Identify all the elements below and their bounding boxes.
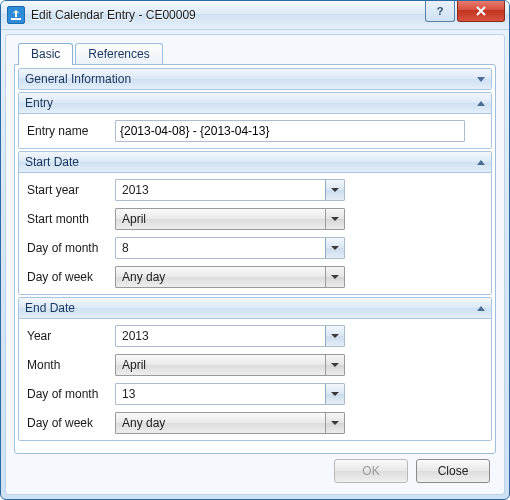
row-start-month: Start month April bbox=[25, 208, 487, 230]
end-month-value: April bbox=[116, 355, 325, 375]
section-end-date: End Date Year 2013 Month bbox=[18, 297, 492, 441]
start-dom-value: 8 bbox=[116, 238, 325, 258]
row-end-dow: Day of week Any day bbox=[25, 412, 487, 434]
label-end-dom: Day of month bbox=[25, 387, 115, 401]
label-start-month: Start month bbox=[25, 212, 115, 226]
window-title: Edit Calendar Entry - CE00009 bbox=[31, 1, 419, 29]
start-dow-value: Any day bbox=[116, 267, 325, 287]
app-icon bbox=[7, 6, 25, 24]
label-end-year: Year bbox=[25, 329, 115, 343]
section-header-general[interactable]: General Information bbox=[19, 69, 491, 89]
start-dow-select[interactable]: Any day bbox=[115, 266, 345, 288]
label-entry-name: Entry name bbox=[25, 124, 115, 138]
dropdown-icon bbox=[325, 355, 344, 375]
section-entry: Entry Entry name bbox=[18, 92, 492, 149]
section-title-end: End Date bbox=[25, 301, 75, 315]
label-start-year: Start year bbox=[25, 183, 115, 197]
section-header-end[interactable]: End Date bbox=[19, 298, 491, 319]
label-end-dow: Day of week bbox=[25, 416, 115, 430]
end-dow-select[interactable]: Any day bbox=[115, 412, 345, 434]
start-month-select[interactable]: April bbox=[115, 208, 345, 230]
dropdown-icon bbox=[325, 326, 344, 346]
tab-strip: Basic References bbox=[18, 43, 496, 65]
label-start-dow: Day of week bbox=[25, 270, 115, 284]
label-end-month: Month bbox=[25, 358, 115, 372]
end-dom-select[interactable]: 13 bbox=[115, 383, 345, 405]
ok-button[interactable]: OK bbox=[334, 459, 408, 483]
client-area: Basic References General Information Ent… bbox=[5, 34, 505, 495]
section-header-entry[interactable]: Entry bbox=[19, 93, 491, 114]
chevron-up-icon bbox=[477, 306, 485, 311]
chevron-down-icon bbox=[477, 77, 485, 82]
tab-references[interactable]: References bbox=[75, 43, 162, 65]
end-dom-value: 13 bbox=[116, 384, 325, 404]
row-end-dom: Day of month 13 bbox=[25, 383, 487, 405]
dropdown-icon bbox=[325, 267, 344, 287]
label-start-dom: Day of month bbox=[25, 241, 115, 255]
entry-name-input[interactable] bbox=[115, 120, 465, 142]
start-month-value: April bbox=[116, 209, 325, 229]
help-button[interactable]: ? bbox=[425, 1, 455, 22]
tab-basic[interactable]: Basic bbox=[18, 43, 73, 65]
section-title-entry: Entry bbox=[25, 96, 53, 110]
window-controls: ? bbox=[425, 1, 505, 21]
dialog-footer: OK Close bbox=[14, 454, 496, 488]
start-dom-select[interactable]: 8 bbox=[115, 237, 345, 259]
chevron-up-icon bbox=[477, 160, 485, 165]
end-dow-value: Any day bbox=[116, 413, 325, 433]
dropdown-icon bbox=[325, 180, 344, 200]
close-window-button[interactable] bbox=[457, 1, 505, 22]
section-title-start: Start Date bbox=[25, 155, 79, 169]
row-start-dow: Day of week Any day bbox=[25, 266, 487, 288]
row-start-year: Start year 2013 bbox=[25, 179, 487, 201]
section-title-general: General Information bbox=[25, 72, 131, 86]
section-header-start[interactable]: Start Date bbox=[19, 152, 491, 173]
dropdown-icon bbox=[325, 209, 344, 229]
chevron-up-icon bbox=[477, 101, 485, 106]
row-end-month: Month April bbox=[25, 354, 487, 376]
titlebar: Edit Calendar Entry - CE00009 ? bbox=[1, 1, 509, 30]
dialog-window: Edit Calendar Entry - CE00009 ? Basic Re… bbox=[0, 0, 510, 500]
close-button[interactable]: Close bbox=[416, 459, 490, 483]
start-year-select[interactable]: 2013 bbox=[115, 179, 345, 201]
end-year-select[interactable]: 2013 bbox=[115, 325, 345, 347]
start-year-value: 2013 bbox=[116, 180, 325, 200]
row-end-year: Year 2013 bbox=[25, 325, 487, 347]
section-start-date: Start Date Start year 2013 bbox=[18, 151, 492, 295]
section-general: General Information bbox=[18, 68, 492, 90]
dropdown-icon bbox=[325, 238, 344, 258]
row-entry-name: Entry name bbox=[25, 120, 487, 142]
tab-body-basic: General Information Entry Entry name bbox=[14, 64, 496, 454]
dropdown-icon bbox=[325, 384, 344, 404]
row-start-dom: Day of month 8 bbox=[25, 237, 487, 259]
dropdown-icon bbox=[325, 413, 344, 433]
end-month-select[interactable]: April bbox=[115, 354, 345, 376]
end-year-value: 2013 bbox=[116, 326, 325, 346]
